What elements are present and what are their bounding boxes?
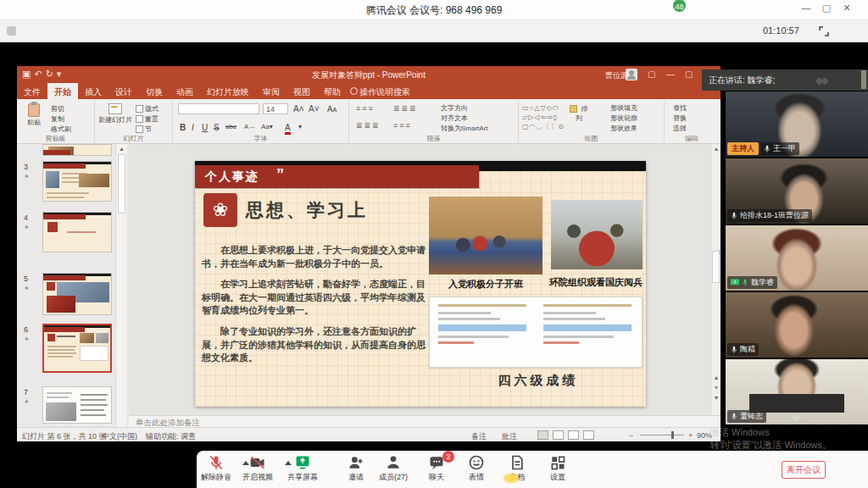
replace-button[interactable]: 替换 xyxy=(673,114,687,123)
tab-slideshow[interactable]: 幻灯片放映 xyxy=(200,83,256,99)
collapse-sidebar-handle[interactable]: › xyxy=(715,237,725,266)
thumbnail-slide-5[interactable] xyxy=(42,273,112,315)
notes-toggle[interactable]: 备注 xyxy=(471,431,487,441)
format-painter-button[interactable]: 格式刷 xyxy=(51,125,71,134)
layout-button[interactable]: 版式 xyxy=(136,104,159,114)
clear-format-button[interactable]: 🗛 xyxy=(327,104,337,114)
next-slide-icon[interactable]: ▼ xyxy=(712,395,721,401)
tab-home[interactable]: 开始 xyxy=(47,83,78,99)
participant-video[interactable]: 董铸志 xyxy=(726,359,868,424)
shape-outline-button[interactable]: 形状轮廓 xyxy=(610,114,637,123)
reading-view-button[interactable] xyxy=(568,430,579,440)
tab-view[interactable]: 视图 xyxy=(287,83,317,99)
thumbnail-slide-2-partial[interactable] xyxy=(42,144,112,156)
tab-insert[interactable]: 插入 xyxy=(78,83,108,99)
thumbnail-scrollbar[interactable]: ▲ xyxy=(115,144,126,427)
tab-file[interactable]: 文件 xyxy=(17,83,47,99)
participant-video[interactable]: 魏学睿 xyxy=(726,225,868,291)
select-button[interactable]: 选择 xyxy=(673,124,687,133)
restore-icon[interactable]: ▢ xyxy=(815,3,837,14)
shapes-gallery[interactable]: ▭○△▽◇⬭ ▱▷◁⇦⇨▯ ▢◠◡〔〕⊙ xyxy=(522,103,604,132)
members-button[interactable]: 成员(27) xyxy=(370,454,417,483)
minimize-icon[interactable]: — xyxy=(795,3,817,13)
unmute-button[interactable]: 解除静音 xyxy=(192,454,240,483)
text-direction-button[interactable]: 文字方向 xyxy=(441,103,468,113)
shape-effects-button[interactable]: 形状效果 xyxy=(610,124,637,133)
font-color-caret[interactable]: ▾ xyxy=(298,123,302,130)
ribbon-display-icon[interactable]: ▢ xyxy=(648,69,655,79)
shrink-font-button[interactable]: A˅ xyxy=(309,104,320,114)
notes-pane[interactable]: 单击此处添加备注 xyxy=(129,415,721,427)
slide-sorter-view-button[interactable] xyxy=(553,430,564,440)
scroll-up-icon[interactable]: ▲ xyxy=(119,146,125,152)
ppt-minimize-icon[interactable]: — xyxy=(666,69,675,79)
fullscreen-icon[interactable] xyxy=(819,26,829,36)
italic-button[interactable]: I xyxy=(192,123,194,132)
shape-fill-button[interactable]: 形状填充 xyxy=(610,103,637,113)
arrange-button[interactable]: 排列 xyxy=(568,104,590,123)
participant-video[interactable]: 陶精 xyxy=(726,292,868,358)
grow-font-button[interactable]: A˄ xyxy=(293,104,304,114)
camera-off-icon xyxy=(249,454,266,471)
ppt-restore-icon[interactable]: ▢ xyxy=(685,69,693,79)
account-avatar[interactable] xyxy=(626,69,637,80)
accessibility-status[interactable]: 辅助功能: 调查 xyxy=(146,431,196,441)
underline-button[interactable]: U xyxy=(202,123,208,132)
indent-icon[interactable]: ≣≣≣ xyxy=(393,104,418,113)
zoom-slider[interactable] xyxy=(640,435,684,435)
tab-help[interactable]: 帮助 xyxy=(317,83,348,99)
zoom-in-button[interactable]: + xyxy=(688,431,693,440)
smartart-button[interactable]: 转换为SmartArt xyxy=(441,124,488,133)
tell-me-search[interactable]: 操作说明搜索 xyxy=(348,83,415,99)
slide-canvas[interactable]: 个人事迹 ” ❀ 思想、学习上 在思想上要求积极上进，于大一向党提交入党申请书，… xyxy=(195,161,646,407)
slide-scrollbar[interactable]: ▲ ▲ ✶ ▼ xyxy=(710,144,721,415)
tab-animations[interactable]: 动画 xyxy=(170,83,200,99)
chevron-down-icon[interactable] xyxy=(792,411,801,420)
account-name[interactable]: 曹位源 xyxy=(605,70,628,81)
scroll-thumb[interactable] xyxy=(118,154,125,214)
change-case-button[interactable]: Aa▾ xyxy=(261,123,273,130)
text-shadow-button[interactable]: abc xyxy=(225,123,236,130)
tab-design[interactable]: 设计 xyxy=(108,83,139,99)
font-color-button[interactable]: A xyxy=(285,123,291,135)
bold-button[interactable]: B xyxy=(180,123,186,132)
tab-review[interactable]: 审阅 xyxy=(256,83,287,99)
font-name-select[interactable] xyxy=(178,103,259,114)
reset-button[interactable]: 重置 xyxy=(136,114,159,124)
align-text-button[interactable]: 对齐文本 xyxy=(441,114,468,123)
char-spacing-button[interactable]: A↔ xyxy=(244,123,255,130)
font-size-select[interactable]: 14 xyxy=(263,103,288,114)
align-icons[interactable]: ≣≣≣ xyxy=(356,121,381,130)
sidebar-scrollbar[interactable] xyxy=(861,70,866,89)
leave-meeting-button[interactable]: 离开会议 xyxy=(782,461,826,479)
settings-button[interactable]: 设置 xyxy=(534,454,581,483)
copy-button[interactable]: 复制 xyxy=(51,114,64,124)
slideshow-view-button[interactable] xyxy=(583,430,594,440)
thumbnail-slide-3[interactable] xyxy=(42,161,112,202)
cut-button[interactable]: 剪切 xyxy=(51,104,64,114)
comments-toggle[interactable]: 批注 xyxy=(502,431,517,441)
normal-view-button[interactable] xyxy=(537,430,548,440)
close-icon[interactable]: ✕ xyxy=(836,3,858,14)
previous-slide-icon[interactable]: ▲ xyxy=(712,374,721,380)
section-button[interactable]: 节 xyxy=(136,125,152,134)
zoom-out-button[interactable]: − xyxy=(629,431,633,440)
participant-video[interactable]: 主持人 王一甲 xyxy=(726,92,868,157)
language-indicator[interactable]: 中文(中国) xyxy=(102,431,137,441)
strikethrough-button[interactable]: S xyxy=(214,123,220,132)
thumbnail-slide-6-selected[interactable] xyxy=(42,324,112,373)
new-slide-button[interactable]: 新建幻灯片 xyxy=(98,103,132,125)
tab-transitions[interactable]: 切换 xyxy=(139,83,170,99)
find-button[interactable]: 查找 xyxy=(673,103,687,113)
ribbon-group-slides: 新建幻灯片 版式 重置 节 幻灯片 xyxy=(95,99,173,144)
thumbnail-slide-7[interactable] xyxy=(42,386,112,424)
zoom-slider-knob[interactable] xyxy=(671,431,674,439)
start-video-button[interactable]: 开启视频 xyxy=(234,454,281,483)
columns-icon[interactable]: ≡≡≡ xyxy=(393,121,412,130)
scroll-up-icon[interactable]: ▲ xyxy=(712,146,721,152)
bullets-icon[interactable]: ≡≡≡ xyxy=(356,104,375,113)
share-screen-button[interactable]: 共享屏幕 xyxy=(279,454,326,483)
paste-button[interactable]: 粘贴 xyxy=(22,103,46,127)
participant-video[interactable]: 给排水18-1班曹位源 xyxy=(726,158,868,224)
thumbnail-slide-4[interactable] xyxy=(42,212,112,252)
